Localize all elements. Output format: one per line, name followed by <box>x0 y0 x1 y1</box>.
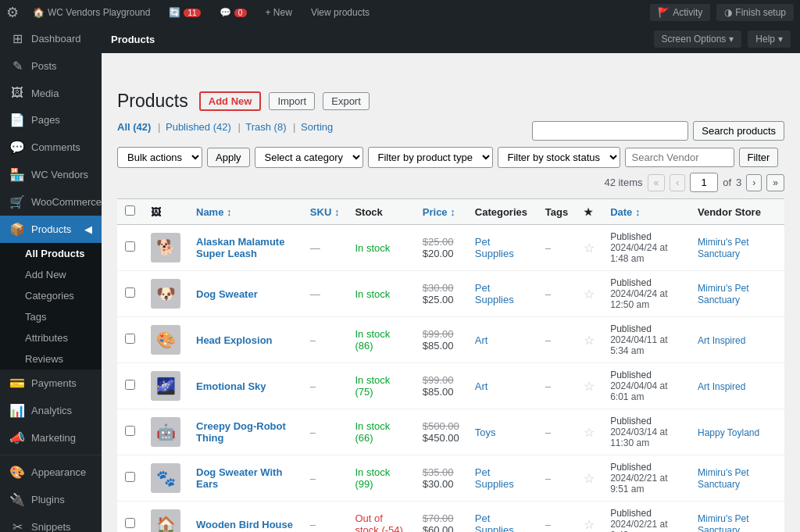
row-checkbox[interactable] <box>125 380 135 390</box>
sku-header[interactable]: SKU ↕ <box>302 199 348 225</box>
activity-button[interactable]: 🚩 Activity <box>650 4 710 21</box>
first-page-button[interactable]: « <box>648 174 666 191</box>
product-vendor-link[interactable]: Happy Toyland <box>698 427 759 438</box>
row-checkbox[interactable] <box>125 518 135 528</box>
product-category-link[interactable]: Pet Supplies <box>475 282 514 305</box>
add-new-button[interactable]: Add New <box>199 91 262 111</box>
sidebar-item-products[interactable]: 📦 Products ◀ <box>0 216 102 243</box>
product-name-link[interactable]: Dog Sweater With Ears <box>196 466 282 490</box>
filter-published[interactable]: Published (42) <box>166 121 231 133</box>
product-vendor-link[interactable]: Mimiru's Pet Sanctuary <box>698 283 749 305</box>
search-input[interactable] <box>532 121 688 141</box>
date-header[interactable]: Date ↕ <box>602 199 690 225</box>
help-button[interactable]: Help ▾ <box>748 30 791 48</box>
sidebar-item-wc-vendors[interactable]: 🏪 WC Vendors <box>0 161 102 188</box>
product-name-link[interactable]: Dog Sweater <box>196 288 258 300</box>
product-category-link[interactable]: Pet Supplies <box>475 512 514 532</box>
product-vendor-link[interactable]: Mimiru's Pet Sanctuary <box>698 467 749 490</box>
sidebar-item-categories[interactable]: Categories <box>0 285 102 306</box>
filter-trash[interactable]: Trash (8) <box>245 121 286 133</box>
product-star-icon[interactable]: ☆ <box>584 426 595 439</box>
row-checkbox[interactable] <box>125 287 135 298</box>
row-checkbox[interactable] <box>125 426 135 436</box>
product-date-cell: Published 2024/04/11 at 5:34 am <box>602 317 690 363</box>
product-star-icon[interactable]: ☆ <box>584 241 595 255</box>
sidebar-item-reviews[interactable]: Reviews <box>0 348 102 370</box>
product-type-select[interactable]: Filter by product type <box>368 147 493 168</box>
product-price-cell: $25.00 $20.00 <box>415 225 467 271</box>
product-vendor-link[interactable]: Art Inspired <box>698 335 745 346</box>
sidebar-item-add-new[interactable]: Add New <box>0 264 102 285</box>
vendor-search-input[interactable] <box>625 148 734 167</box>
product-vendor-link[interactable]: Art Inspired <box>698 381 745 392</box>
product-stock-status: In stock (75) <box>355 374 390 398</box>
finish-setup-button[interactable]: ◑ Finish setup <box>716 4 794 21</box>
price-header[interactable]: Price ↕ <box>415 199 467 225</box>
prev-page-button[interactable]: ‹ <box>670 174 685 191</box>
sidebar-item-tags[interactable]: Tags <box>0 306 102 327</box>
product-star-icon[interactable]: ☆ <box>584 380 595 393</box>
stock-status-select[interactable]: Filter by stock status <box>498 147 620 168</box>
sidebar-item-plugins[interactable]: 🔌 Plugins <box>0 486 102 513</box>
admin-bar-site[interactable]: 🏠 WC Vendors Playground <box>28 7 155 18</box>
product-vendor-link[interactable]: Mimiru's Pet Sanctuary <box>698 513 749 532</box>
category-select[interactable]: Select a category <box>255 147 363 168</box>
product-star-icon[interactable]: ☆ <box>584 334 595 347</box>
product-category-link[interactable]: Pet Supplies <box>475 236 514 259</box>
product-star-icon[interactable]: ☆ <box>584 287 595 301</box>
product-star-cell: ☆ <box>576 363 602 409</box>
sidebar-item-media[interactable]: 🖼 Media <box>0 80 102 106</box>
last-page-button[interactable]: » <box>766 174 784 191</box>
product-name-link[interactable]: Creepy Dog-Robot Thing <box>196 420 286 444</box>
filter-button[interactable]: Filter <box>739 148 779 167</box>
product-vendor-cell: Mimiru's Pet Sanctuary <box>690 455 784 502</box>
product-thumbnail-cell: 🐶 <box>143 271 188 317</box>
product-category-link[interactable]: Art <box>475 380 488 392</box>
sidebar-item-all-products[interactable]: All Products <box>0 243 102 264</box>
next-page-button[interactable]: › <box>746 174 762 191</box>
product-name-link[interactable]: Wooden Bird House <box>196 519 293 530</box>
search-products-button[interactable]: Search products <box>693 121 784 141</box>
sidebar-item-comments[interactable]: 💬 Comments <box>0 134 102 161</box>
filter-all[interactable]: All (42) <box>117 121 151 133</box>
screen-options-button[interactable]: Screen Options ▾ <box>654 30 742 48</box>
product-category-link[interactable]: Art <box>475 334 488 346</box>
sidebar-item-woocommerce[interactable]: 🛒 WooCommerce <box>0 188 102 216</box>
sidebar-item-payments[interactable]: 💳 Payments <box>0 370 102 397</box>
sidebar-item-attributes[interactable]: Attributes <box>0 327 102 348</box>
sidebar-item-appearance[interactable]: 🎨 Appearance <box>0 459 102 486</box>
sidebar-item-posts[interactable]: ✎ Posts <box>0 52 102 80</box>
product-name-link[interactable]: Alaskan Malamute Super Leash <box>196 236 284 259</box>
export-button[interactable]: Export <box>323 92 370 110</box>
name-header[interactable]: Name ↕ <box>188 199 302 225</box>
row-checkbox[interactable] <box>125 334 135 344</box>
product-date-label: Published <box>610 416 652 427</box>
product-category-link[interactable]: Pet Supplies <box>475 466 514 490</box>
sidebar-item-dashboard[interactable]: ⊞ Dashboard <box>0 25 102 52</box>
select-all-checkbox[interactable] <box>125 205 135 216</box>
table-row: 🏠 Wooden Bird House – Out of stock (-54)… <box>117 502 784 533</box>
apply-button[interactable]: Apply <box>207 148 250 167</box>
product-vendor-link[interactable]: Mimiru's Pet Sanctuary <box>698 237 749 259</box>
import-button[interactable]: Import <box>269 92 315 110</box>
bulk-actions-select[interactable]: Bulk actions <box>117 147 202 168</box>
filter-sorting[interactable]: Sorting <box>301 121 333 133</box>
sidebar-item-pages[interactable]: 📄 Pages <box>0 106 102 134</box>
sidebar-item-snippets[interactable]: ✂ Snippets <box>0 513 102 532</box>
sidebar-item-marketing[interactable]: 📣 Marketing <box>0 424 102 452</box>
product-name-cell: Dog Sweater With Ears <box>188 455 302 502</box>
admin-bar-new[interactable]: + New <box>261 7 297 18</box>
admin-bar-view-products[interactable]: View products <box>306 7 374 18</box>
product-name-link[interactable]: Emotional Sky <box>196 380 266 392</box>
product-price-cell: $500.00 $450.00 <box>415 409 467 455</box>
product-star-icon[interactable]: ☆ <box>584 472 595 485</box>
admin-bar-updates[interactable]: 🔄 11 <box>164 7 205 18</box>
admin-bar-comments[interactable]: 💬 0 <box>215 7 252 18</box>
page-number-input[interactable] <box>690 173 718 192</box>
row-checkbox[interactable] <box>125 472 135 482</box>
sidebar-item-analytics[interactable]: 📊 Analytics <box>0 397 102 424</box>
product-name-link[interactable]: Head Explosion <box>196 334 273 346</box>
product-category-link[interactable]: Toys <box>475 427 496 438</box>
row-checkbox[interactable] <box>125 241 135 252</box>
product-star-icon[interactable]: ☆ <box>584 518 595 531</box>
